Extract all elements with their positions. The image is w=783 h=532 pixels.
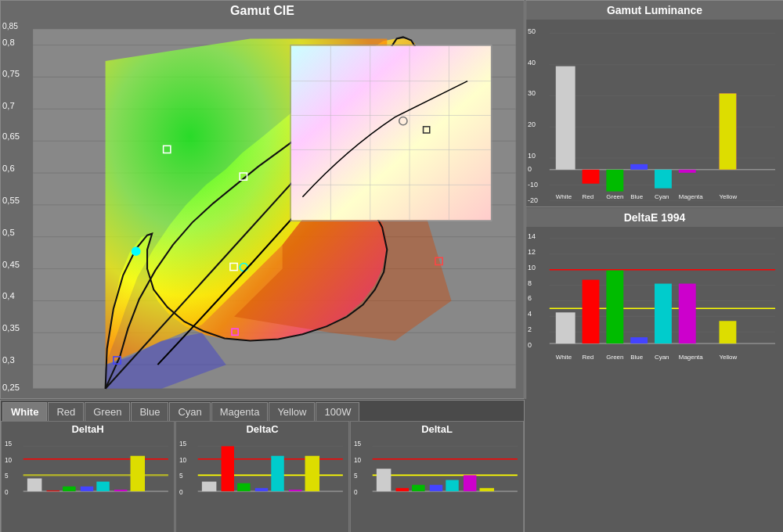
- svg-rect-186: [430, 485, 442, 491]
- svg-text:0,5: 0,5: [2, 228, 15, 237]
- tabs-row: White Red Green Blue Cyan Magenta Yellow…: [1, 401, 524, 421]
- svg-text:0,75: 0,75: [2, 70, 20, 79]
- tab-cyan[interactable]: Cyan: [169, 402, 210, 421]
- svg-text:-20: -20: [528, 196, 538, 204]
- svg-text:10: 10: [354, 457, 362, 464]
- svg-rect-190: [464, 475, 476, 491]
- svg-rect-84: [655, 170, 672, 189]
- deltah-panel: DeltaH 15 10 5 0: [1, 421, 175, 532]
- svg-text:0,5: 0,5: [290, 396, 302, 397]
- svg-rect-89: [719, 93, 736, 169]
- deltae-panel: DeltaE 1994 14 12 10 8 6 4 2 0: [526, 208, 783, 414]
- svg-rect-111: [583, 279, 600, 343]
- svg-rect-133: [27, 478, 42, 491]
- svg-rect-191: [480, 488, 495, 491]
- svg-text:0: 0: [528, 341, 532, 349]
- svg-text:0,25: 0,25: [2, 383, 20, 392]
- svg-text:5: 5: [179, 473, 183, 480]
- svg-text:Yellow: Yellow: [719, 353, 737, 360]
- svg-rect-76: [556, 66, 576, 170]
- luminance-chart: 50 40 30 20 10 0 -10 -20: [526, 20, 783, 207]
- svg-text:0,85: 0,85: [2, 22, 18, 31]
- svg-text:White: White: [556, 353, 572, 360]
- svg-text:2: 2: [528, 325, 532, 333]
- svg-text:0,1: 0,1: [33, 396, 45, 397]
- svg-rect-183: [412, 485, 424, 491]
- deltae-chart: 14 12 10 8 6 4 2 0: [526, 227, 783, 414]
- svg-text:8: 8: [528, 279, 532, 286]
- svg-rect-140: [81, 487, 93, 491]
- tab-red[interactable]: Red: [48, 402, 84, 421]
- svg-text:Green: Green: [606, 353, 623, 360]
- svg-text:0,7: 0,7: [419, 396, 431, 397]
- deltah-title: DeltaH: [3, 423, 172, 435]
- svg-text:5: 5: [354, 473, 358, 480]
- svg-text:Yellow: Yellow: [719, 193, 737, 200]
- bottom-section: White Red Green Blue Cyan Magenta Yellow…: [0, 400, 525, 532]
- svg-text:0,6: 0,6: [2, 164, 15, 173]
- svg-rect-113: [606, 270, 623, 343]
- svg-rect-119: [679, 283, 696, 343]
- svg-text:Blue: Blue: [630, 193, 643, 200]
- svg-text:10: 10: [179, 457, 187, 464]
- tab-blue[interactable]: Blue: [131, 402, 168, 421]
- svg-text:-10: -10: [528, 181, 538, 189]
- svg-rect-80: [606, 170, 623, 192]
- svg-rect-136: [47, 491, 60, 491]
- tab-yellow[interactable]: Yellow: [269, 402, 315, 421]
- gamut-luminance-title: Gamut Luminance: [526, 1, 783, 20]
- svg-text:0,55: 0,55: [2, 196, 20, 205]
- svg-text:0,4: 0,4: [226, 396, 238, 397]
- svg-rect-82: [630, 164, 648, 170]
- svg-rect-117: [655, 283, 672, 343]
- deltac-panel: DeltaC 15 10 5 0 White Red: [175, 421, 349, 532]
- svg-text:0: 0: [528, 165, 532, 173]
- svg-text:0: 0: [179, 489, 183, 496]
- svg-rect-167: [289, 490, 301, 491]
- deltae-title: DeltaE 1994: [526, 208, 783, 227]
- svg-rect-187: [446, 480, 458, 491]
- luminance-panel: Gamut Luminance 50 40 30 20 10 0 -10 -20: [526, 1, 783, 207]
- svg-rect-137: [63, 487, 75, 491]
- svg-text:12: 12: [528, 247, 536, 255]
- svg-text:5: 5: [5, 473, 9, 480]
- gamut-cie-panel: Gamut CIE 0,8 0,75 0,7 0,65 0,6 0,55 0,5…: [0, 0, 525, 399]
- svg-rect-179: [377, 469, 392, 491]
- svg-rect-86: [679, 170, 696, 173]
- svg-point-35: [132, 247, 140, 255]
- svg-rect-78: [583, 170, 600, 184]
- svg-text:15: 15: [354, 440, 362, 448]
- tab-green[interactable]: Green: [85, 402, 130, 421]
- tab-white[interactable]: White: [2, 402, 47, 421]
- svg-text:10: 10: [528, 263, 536, 271]
- svg-text:Red: Red: [583, 353, 594, 360]
- deltac-title: DeltaC: [178, 423, 347, 435]
- svg-rect-182: [396, 488, 409, 491]
- svg-text:0,45: 0,45: [2, 260, 20, 269]
- svg-text:0,6: 0,6: [355, 396, 366, 397]
- right-panel: Gamut Luminance 50 40 30 20 10 0 -10 -20: [525, 0, 783, 399]
- tab-100w[interactable]: 100W: [316, 402, 359, 421]
- deltal-title: DeltaL: [352, 423, 521, 435]
- svg-text:30: 30: [528, 89, 536, 97]
- svg-text:Green: Green: [606, 193, 623, 200]
- svg-text:Blue: Blue: [630, 353, 643, 360]
- svg-text:Cyan: Cyan: [655, 353, 669, 360]
- svg-text:15: 15: [5, 440, 13, 448]
- svg-text:0: 0: [5, 489, 9, 496]
- svg-rect-121: [719, 321, 736, 343]
- svg-rect-115: [630, 337, 648, 343]
- svg-text:50: 50: [528, 27, 536, 35]
- svg-text:White: White: [556, 193, 572, 200]
- main-container: Gamut CIE 0,8 0,75 0,7 0,65 0,6 0,55 0,5…: [0, 0, 783, 532]
- svg-text:10: 10: [5, 457, 13, 464]
- tab-magenta[interactable]: Magenta: [211, 402, 269, 421]
- svg-text:10: 10: [528, 152, 536, 160]
- svg-text:0,65: 0,65: [2, 131, 20, 141]
- svg-rect-163: [255, 488, 268, 491]
- svg-rect-156: [202, 482, 217, 491]
- cie-diagram: 0,8 0,75 0,7 0,65 0,6 0,55 0,5 0,45 0,4 …: [1, 21, 524, 397]
- svg-text:0,2: 0,2: [97, 396, 109, 397]
- svg-text:40: 40: [528, 59, 536, 66]
- svg-text:6: 6: [528, 294, 532, 302]
